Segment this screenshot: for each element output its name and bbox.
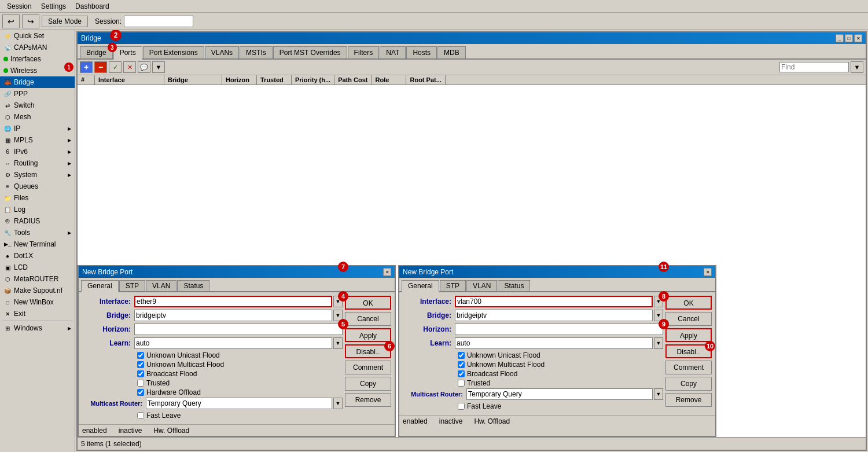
sidebar-item-system[interactable]: ⚙ System <box>0 169 75 181</box>
dialog1-interface-input[interactable] <box>134 296 332 307</box>
sidebar-item-quick-set[interactable]: ⚡ Quick Set <box>0 30 75 42</box>
tab-port-mst-overrides[interactable]: Port MST Overrides <box>273 46 347 58</box>
dialog2-fast-leave-checkbox[interactable] <box>458 403 465 410</box>
dialog1-tab-general[interactable]: General <box>81 280 119 292</box>
sidebar-item-ip[interactable]: 🌐 IP <box>0 123 75 134</box>
dialog1-unknown-unicast-checkbox[interactable] <box>137 352 144 359</box>
tab-mdb[interactable]: MDB <box>437 46 466 58</box>
dialog1-cancel-button[interactable]: Cancel <box>345 312 391 326</box>
sidebar-item-lcd[interactable]: ▣ LCD <box>0 262 75 273</box>
safe-mode-button[interactable]: Safe Mode <box>42 16 88 27</box>
menu-dashboard[interactable]: Dashboard <box>71 1 114 12</box>
find-dropdown[interactable]: ▼ <box>851 61 863 73</box>
dialog1-tab-status[interactable]: Status <box>177 280 209 291</box>
dialog2-remove-button[interactable]: Remove <box>665 393 712 407</box>
sidebar-item-wireless[interactable]: Wireless 1 <box>0 65 75 76</box>
sidebar-item-bridge[interactable]: 🌉 Bridge <box>0 76 75 88</box>
sidebar-item-log[interactable]: 📋 Log <box>0 204 75 215</box>
dialog2-disable-button[interactable]: Disabl... 10 <box>665 344 712 358</box>
tab-bridge[interactable]: Bridge 3 <box>80 46 113 58</box>
filter-button[interactable]: ▼ <box>152 61 165 73</box>
dialog1-multicast-dropdown[interactable]: ▼ <box>333 398 343 409</box>
close-button[interactable]: ✕ <box>854 34 862 42</box>
dialog1-broadcast-flood-checkbox[interactable] <box>137 370 144 377</box>
dialog1-bridge-input[interactable] <box>134 310 332 321</box>
dialog2-broadcast-flood-checkbox[interactable] <box>458 370 465 377</box>
tab-mstis[interactable]: MSTIs <box>240 46 273 58</box>
dialog2-tab-status[interactable]: Status <box>498 280 530 291</box>
dialog2-tab-general[interactable]: General <box>402 280 439 292</box>
enable-button[interactable]: ✓ <box>109 61 122 73</box>
dialog1-multicast-input[interactable] <box>146 398 332 409</box>
sidebar-item-files[interactable]: 📁 Files <box>0 192 75 204</box>
dialog2-interface-input[interactable] <box>455 296 653 307</box>
dialog2-apply-button[interactable]: Apply <box>665 328 712 342</box>
dialog2-trusted-checkbox[interactable] <box>458 380 465 387</box>
dialog1-copy-button[interactable]: Copy <box>345 377 391 391</box>
sidebar-item-capsman[interactable]: 📡 CAPsMAN <box>0 42 75 53</box>
sidebar-item-queues[interactable]: ≡ Queues <box>0 181 75 192</box>
sidebar-item-mpls[interactable]: ▦ MPLS <box>0 134 75 146</box>
dialog2-learn-input[interactable] <box>455 337 653 349</box>
dialog2-multicast-input[interactable] <box>466 388 653 400</box>
sidebar-item-metarouter[interactable]: ⬡ MetaROUTER <box>0 273 75 285</box>
dialog1-learn-input[interactable] <box>134 337 332 349</box>
dialog1-tab-vlan[interactable]: VLAN <box>146 280 176 291</box>
sidebar-item-tools[interactable]: 🔧 Tools <box>0 227 75 238</box>
find-input[interactable] <box>779 62 849 72</box>
add-button[interactable]: + <box>80 61 93 73</box>
dialog1-unknown-multicast-checkbox[interactable] <box>137 361 144 368</box>
remove-button[interactable]: − <box>94 61 107 73</box>
tab-ports[interactable]: Ports <box>113 46 142 60</box>
sidebar-item-windows[interactable]: ⊞ Windows <box>0 322 75 334</box>
dialog2-cancel-button[interactable]: Cancel <box>665 312 712 326</box>
tab-vlans[interactable]: VLANs <box>205 46 239 58</box>
dialog1-comment-button[interactable]: Comment <box>345 361 391 374</box>
sidebar-item-ipv6[interactable]: 6 IPv6 <box>0 146 75 157</box>
dialog1-remove-button[interactable]: Remove <box>345 393 391 407</box>
sidebar-item-radius[interactable]: ® RADIUS <box>0 215 75 227</box>
maximize-button[interactable]: □ <box>845 34 853 42</box>
dialog2-tab-stp[interactable]: STP <box>440 280 466 291</box>
dialog2-unknown-unicast-checkbox[interactable] <box>458 352 465 359</box>
dialog1-learn-dropdown[interactable]: ▼ <box>333 337 343 349</box>
dialog2-horizon-input[interactable] <box>455 324 663 335</box>
session-input[interactable] <box>124 16 193 27</box>
sidebar-item-ppp[interactable]: 🔗 PPP <box>0 88 75 100</box>
sidebar-item-mesh[interactable]: ⬡ Mesh <box>0 111 75 123</box>
tab-filters[interactable]: Filters <box>348 46 380 58</box>
sidebar-item-exit[interactable]: ✕ Exit <box>0 308 75 319</box>
undo-button[interactable]: ↩ <box>2 14 20 28</box>
dialog2-tab-vlan[interactable]: VLAN <box>466 280 497 291</box>
menu-session[interactable]: Session <box>2 1 36 12</box>
sidebar-item-switch[interactable]: ⇄ Switch <box>0 100 75 111</box>
dialog1-tab-stp[interactable]: STP <box>119 280 145 291</box>
dialog2-comment-button[interactable]: Comment <box>665 361 712 374</box>
dialog1-disable-button[interactable]: Disabl... 6 <box>345 344 391 358</box>
dialog2-multicast-dropdown[interactable]: ▼ <box>654 388 663 400</box>
dialog1-close-button[interactable]: ✕ <box>383 268 391 276</box>
dialog2-unknown-multicast-checkbox[interactable] <box>458 361 465 368</box>
tab-hosts[interactable]: Hosts <box>406 46 437 58</box>
dialog1-apply-button[interactable]: Apply <box>345 328 391 342</box>
dialog1-horizon-input[interactable] <box>134 324 343 335</box>
sidebar-item-routing[interactable]: ↔ Routing <box>0 157 75 169</box>
comment-button[interactable]: 💬 <box>138 61 150 73</box>
dialog2-copy-button[interactable]: Copy <box>665 377 712 391</box>
dialog1-trusted-checkbox[interactable] <box>137 380 144 387</box>
menu-settings[interactable]: Settings <box>36 1 71 12</box>
tab-port-extensions[interactable]: Port Extensions <box>143 46 204 58</box>
sidebar-item-dot1x[interactable]: ● Dot1X <box>0 250 75 262</box>
tab-nat[interactable]: NAT <box>380 46 406 58</box>
dialog2-learn-dropdown[interactable]: ▼ <box>654 337 663 349</box>
dialog1-hw-offload-checkbox[interactable] <box>137 389 144 396</box>
disable-button[interactable]: ✕ <box>123 61 136 73</box>
dialog2-close-button[interactable]: ✕ <box>704 268 712 276</box>
dialog2-bridge-input[interactable] <box>455 310 653 321</box>
dialog1-ok-button[interactable]: OK <box>345 296 391 310</box>
redo-button[interactable]: ↪ <box>22 14 39 28</box>
minimize-button[interactable]: _ <box>836 34 844 42</box>
sidebar-item-new-winbox[interactable]: □ New WinBox <box>0 296 75 308</box>
sidebar-item-make-supout[interactable]: 📦 Make Supout.rif <box>0 285 75 296</box>
dialog1-fast-leave-checkbox[interactable] <box>137 412 144 419</box>
